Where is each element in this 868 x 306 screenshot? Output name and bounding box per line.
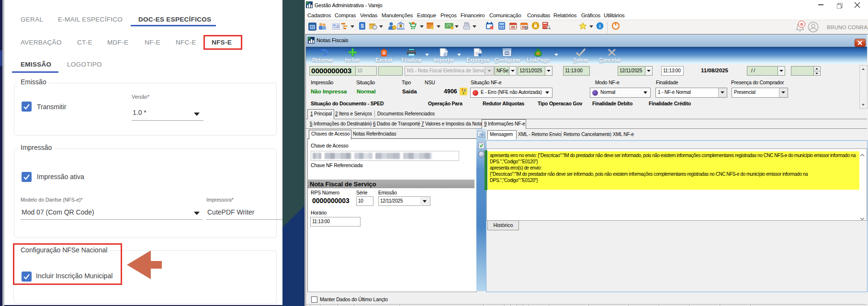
svg-text:3: 3	[462, 91, 464, 95]
svg-text:$: $	[400, 24, 402, 28]
svg-text:15: 15	[537, 52, 540, 55]
svg-text:✓: ✓	[490, 27, 493, 30]
svg-text:1: 1	[462, 88, 463, 91]
svg-text:i: i	[599, 23, 601, 29]
svg-text:S: S	[361, 23, 364, 29]
svg-text:$: $	[448, 24, 450, 28]
svg-text:30: 30	[511, 25, 515, 29]
